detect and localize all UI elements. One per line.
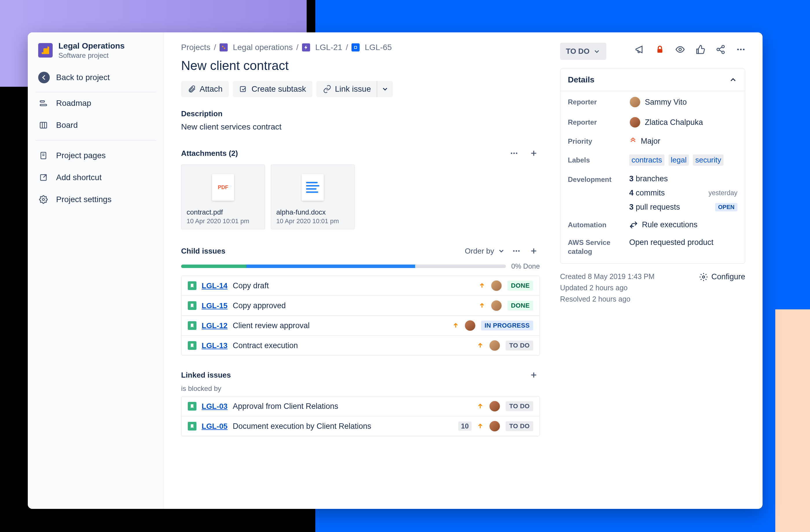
attachments-more-icon[interactable] <box>508 147 520 159</box>
status-dropdown[interactable]: TO DO <box>560 43 606 60</box>
svg-point-13 <box>516 153 517 154</box>
attachments-heading: Attachments (2) <box>181 149 238 158</box>
detail-row-automation[interactable]: Automation Rule executions <box>568 220 738 229</box>
project-type-icon <box>220 44 228 51</box>
description-text[interactable]: New client services contract <box>181 122 540 132</box>
sidebar: Legal Operations Software project Back t… <box>28 32 164 509</box>
link-issue-dropdown[interactable] <box>377 81 393 97</box>
avatar[interactable] <box>489 340 500 351</box>
dev-line[interactable]: 3 pull requestsOPEN <box>629 203 738 212</box>
attach-button[interactable]: Attach <box>181 81 229 97</box>
configure-button[interactable]: Configure <box>699 272 745 281</box>
dev-line[interactable]: 4 commitsyesterday <box>629 188 738 198</box>
sidebar-item-add-shortcut[interactable]: Add shortcut <box>28 167 163 188</box>
sidebar-item-project-settings[interactable]: Project settings <box>28 188 163 211</box>
issue-row[interactable]: LGL-15 Copy approved DONE <box>181 296 539 315</box>
priority-icon <box>477 423 484 430</box>
dev-line[interactable]: 3 branches <box>629 174 738 183</box>
megaphone-icon[interactable] <box>633 43 646 56</box>
issue-title[interactable]: New client contract <box>181 59 540 73</box>
link-issue-button[interactable]: Link issue <box>317 81 377 97</box>
crumb-parent-key[interactable]: LGL-21 <box>315 43 342 52</box>
svg-point-20 <box>722 45 724 48</box>
issue-key[interactable]: LGL-03 <box>201 402 228 411</box>
svg-point-21 <box>717 48 719 51</box>
issue-key[interactable]: LGL-14 <box>201 281 228 290</box>
child-more-icon[interactable] <box>510 245 522 257</box>
issue-key[interactable]: LGL-12 <box>201 321 228 330</box>
breadcrumb: Projects / Legal operations / LGL-21 / L… <box>181 43 540 52</box>
status-badge[interactable]: TO DO <box>506 421 533 431</box>
issue-row[interactable]: LGL-03 Approval from Client Relations TO… <box>181 396 539 416</box>
issue-summary: Client review approval <box>233 321 447 330</box>
linked-add-icon[interactable] <box>528 369 540 381</box>
issue-summary: Document execution by Client Relations <box>233 422 453 431</box>
issue-key[interactable]: LGL-15 <box>201 301 228 310</box>
status-badge[interactable]: IN PROGRESS <box>481 321 533 331</box>
detail-row-aws[interactable]: AWS Service catalog Open requested produ… <box>568 238 738 256</box>
status-badge[interactable]: TO DO <box>506 401 533 411</box>
issue-summary: Copy draft <box>233 281 473 290</box>
attachment-name: alpha-fund.docx <box>276 208 349 216</box>
avatar[interactable] <box>491 280 502 292</box>
svg-point-25 <box>743 49 745 50</box>
issue-row[interactable]: LGL-14 Copy draft DONE <box>181 276 539 296</box>
issue-key[interactable]: LGL-05 <box>201 422 228 431</box>
project-header[interactable]: Legal Operations Software project <box>28 41 163 67</box>
label-chip[interactable]: contracts <box>629 154 664 166</box>
gear-icon <box>699 273 708 281</box>
issue-row[interactable]: LGL-12 Client review approval IN PROGRES… <box>181 315 539 335</box>
order-by-button[interactable]: Order by <box>465 247 505 255</box>
status-badge[interactable]: TO DO <box>506 340 533 350</box>
share-icon[interactable] <box>714 43 727 56</box>
issue-summary: Copy approved <box>233 301 473 310</box>
svg-point-17 <box>702 276 705 278</box>
avatar[interactable] <box>464 320 476 331</box>
add-shortcut-icon <box>38 172 49 183</box>
detail-row-reporter2[interactable]: Reporter Zlatica Chalpuka <box>568 117 738 128</box>
project-title: Legal Operations <box>59 41 125 51</box>
priority-icon <box>477 342 484 349</box>
lock-icon[interactable] <box>653 43 666 56</box>
issue-row[interactable]: LGL-13 Contract execution TO DO <box>181 335 539 355</box>
attachment-card[interactable]: PDF contract.pdf 10 Apr 2020 10:01 pm <box>181 165 265 229</box>
priority-major-icon <box>629 137 637 145</box>
sidebar-item-project-pages[interactable]: Project pages <box>28 145 163 167</box>
detail-row-reporter1[interactable]: Reporter Sammy Vito <box>568 96 738 108</box>
svg-point-11 <box>511 153 512 154</box>
back-to-project-button[interactable]: Back to project <box>28 67 163 92</box>
issue-toolbar: Attach Create subtask Link issue <box>181 81 540 97</box>
issue-type-icon <box>188 341 196 350</box>
attachment-meta: 10 Apr 2020 10:01 pm <box>276 217 349 225</box>
child-add-icon[interactable] <box>528 245 540 257</box>
avatar[interactable] <box>489 400 500 412</box>
avatar[interactable] <box>491 300 502 311</box>
svg-point-5 <box>42 198 45 201</box>
issue-key[interactable]: LGL-13 <box>201 341 228 350</box>
label-chip[interactable]: legal <box>668 154 689 166</box>
svg-rect-8 <box>224 48 225 49</box>
sidebar-item-roadmap[interactable]: Roadmap <box>28 92 163 114</box>
details-header[interactable]: Details <box>560 69 745 91</box>
status-badge[interactable]: DONE <box>507 281 533 290</box>
issue-row[interactable]: LGL-05 Document execution by Client Rela… <box>181 416 539 436</box>
attachment-card[interactable]: alpha-fund.docx 10 Apr 2020 10:01 pm <box>271 165 355 229</box>
project-logo <box>38 43 53 57</box>
pages-icon <box>38 150 49 161</box>
status-badge[interactable]: DONE <box>507 301 533 311</box>
crumb-issue-key[interactable]: LGL-65 <box>365 43 392 52</box>
label-chip[interactable]: security <box>693 154 724 166</box>
thumbs-up-icon[interactable] <box>694 43 707 56</box>
avatar[interactable] <box>489 420 500 432</box>
epic-icon <box>302 44 310 51</box>
eye-icon[interactable] <box>674 43 687 56</box>
sidebar-item-board[interactable]: Board <box>28 114 163 136</box>
create-subtask-button[interactable]: Create subtask <box>233 81 312 97</box>
detail-row-labels[interactable]: Labels contractslegalsecurity <box>568 154 738 166</box>
attachments-add-icon[interactable] <box>528 147 540 159</box>
crumb-project[interactable]: Legal operations <box>233 43 293 52</box>
crumb-projects[interactable]: Projects <box>181 43 210 52</box>
updated-meta: Updated 2 hours ago <box>560 284 655 292</box>
detail-row-priority[interactable]: Priority Major <box>568 137 738 146</box>
more-icon[interactable] <box>734 43 747 56</box>
